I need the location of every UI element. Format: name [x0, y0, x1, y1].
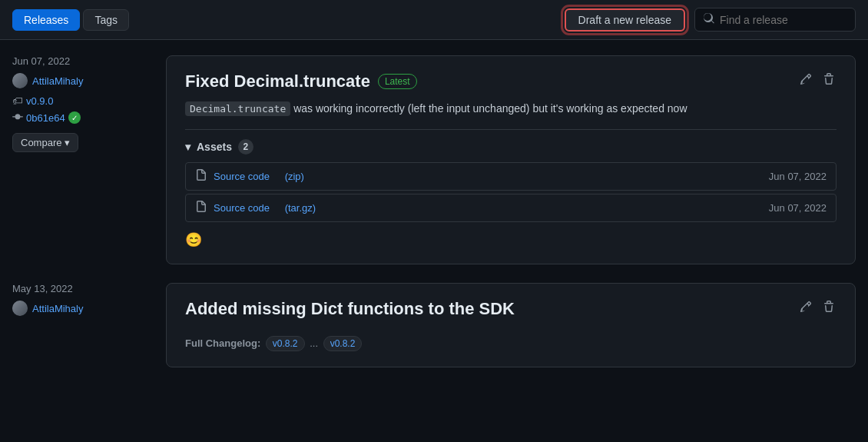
commit-icon-1 [12, 111, 23, 124]
asset-name-targz: Source code [214, 202, 270, 214]
author-avatar-2 [12, 301, 28, 316]
full-changelog-row: Full Changelog: v0.8.2 ... v0.8.2 [185, 336, 837, 351]
edit-release-button-1[interactable] [798, 71, 813, 90]
release-card-header-1: Fixed Decimal.truncate Latest [185, 71, 837, 91]
asset-item-targz: Source code (tar.gz) Jun 07, 2022 [185, 194, 837, 222]
release-title-row-1: Fixed Decimal.truncate Latest [185, 71, 417, 91]
code-highlight-1: Decimal.truncate [185, 101, 290, 116]
asset-link-targz[interactable]: Source code (tar.gz) [195, 201, 316, 215]
assets-label-1: Assets [197, 141, 232, 153]
release-description-1: Decimal.truncate was working incorrectly… [185, 101, 837, 117]
compare-label-1: Compare [21, 137, 61, 148]
search-box [694, 8, 856, 32]
release-card-header-2: Added missing Dict functions to the SDK [185, 299, 837, 327]
edit-release-button-2[interactable] [798, 299, 813, 317]
asset-date-zip: Jun 07, 2022 [769, 171, 827, 182]
file-icon-zip [195, 169, 207, 184]
tag-icon-1: 🏷 [12, 95, 23, 107]
delete-release-button-2[interactable] [821, 299, 837, 317]
release-tag-1[interactable]: v0.9.0 [26, 95, 53, 107]
assets-section-1: ▾ Assets 2 Source code (zip) [185, 129, 837, 248]
commit-hash-1[interactable]: 0b61e64 [26, 112, 65, 124]
changelog-tag-1[interactable]: v0.8.2 [266, 336, 305, 351]
release-date-1: Jun 07, 2022 [12, 55, 166, 67]
author-avatar-1 [12, 73, 28, 88]
top-navigation: Releases Tags Draft a new release [0, 0, 868, 40]
release-tag-row-1: 🏷 v0.9.0 [12, 95, 166, 107]
search-icon [703, 12, 715, 27]
assets-header-1[interactable]: ▾ Assets 2 [185, 139, 837, 155]
release-card-2: Added missing Dict functions to the SDK [166, 283, 856, 367]
release-entry-2: May 13, 2022 AttilaMihaly Added missing … [12, 283, 856, 367]
author-name-2[interactable]: AttilaMihaly [32, 303, 83, 314]
latest-badge-1: Latest [378, 74, 417, 89]
asset-type-zip: (zip) [285, 171, 304, 182]
asset-link-zip[interactable]: Source code (zip) [195, 169, 304, 184]
draft-new-release-button[interactable]: Draft a new release [565, 8, 685, 32]
full-changelog-label: Full Changelog: [185, 337, 260, 349]
find-release-input[interactable] [720, 14, 847, 26]
delete-release-button-1[interactable] [821, 71, 837, 90]
release-title-1: Fixed Decimal.truncate [185, 71, 370, 91]
asset-date-targz: Jun 07, 2022 [769, 202, 827, 214]
releases-list: Jun 07, 2022 AttilaMihaly 🏷 v0.9.0 [12, 55, 856, 386]
release-date-2: May 13, 2022 [12, 283, 166, 294]
release-entry-1: Jun 07, 2022 AttilaMihaly 🏷 v0.9.0 [12, 55, 856, 264]
commit-row-1: 0b61e64 ✓ [12, 111, 166, 124]
compare-chevron-1: ▾ [65, 137, 70, 148]
compare-button-1[interactable]: Compare ▾ [12, 133, 78, 152]
card-actions-2 [798, 299, 837, 317]
release-desc-text-1: was working incorrectly (left the input … [293, 102, 687, 115]
verified-icon-1: ✓ [68, 111, 81, 124]
emoji-reaction-1[interactable]: 😊 [185, 231, 837, 248]
assets-count-1: 2 [238, 139, 253, 155]
asset-item-zip: Source code (zip) Jun 07, 2022 [185, 162, 837, 191]
release-author-2: AttilaMihaly [12, 301, 166, 316]
tab-group: Releases Tags [12, 9, 129, 31]
tab-releases[interactable]: Releases [12, 9, 80, 31]
release-card-1: Fixed Decimal.truncate Latest [166, 55, 856, 264]
asset-type-targz: (tar.gz) [285, 202, 316, 214]
changelog-separator: ... [310, 337, 318, 349]
release-title-2: Added missing Dict functions to the SDK [185, 299, 515, 319]
release-sidebar-1: Jun 07, 2022 AttilaMihaly 🏷 v0.9.0 [12, 55, 166, 264]
changelog-tag-2[interactable]: v0.8.2 [323, 336, 363, 351]
file-icon-targz [195, 201, 207, 215]
release-sidebar-2: May 13, 2022 AttilaMihaly [12, 283, 166, 367]
asset-name-zip: Source code [214, 171, 270, 182]
tab-tags[interactable]: Tags [83, 9, 129, 31]
card-actions-1 [798, 71, 837, 90]
chevron-down-icon-1: ▾ [185, 141, 190, 153]
release-author-1: AttilaMihaly [12, 73, 166, 88]
main-content: Jun 07, 2022 AttilaMihaly 🏷 v0.9.0 [0, 40, 868, 401]
author-name-1[interactable]: AttilaMihaly [32, 75, 83, 87]
